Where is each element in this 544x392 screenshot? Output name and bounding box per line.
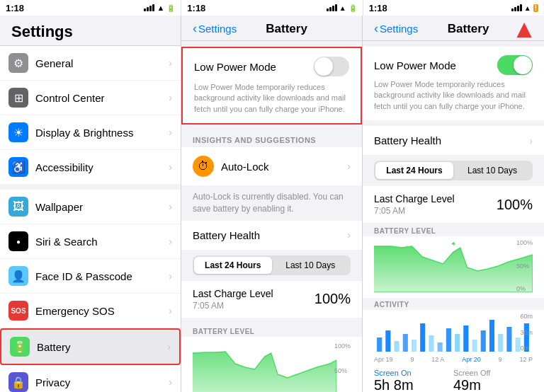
low-power-mode-section-middle: Low Power Mode Low Power Mode temporaril…	[181, 47, 362, 125]
tab-10d-middle[interactable]: Last 10 Days	[272, 257, 350, 274]
battery-chart-middle: 100% 50% 0%	[181, 337, 362, 392]
battery-icon: 🔋	[10, 337, 30, 357]
back-label-middle: Settings	[198, 23, 237, 35]
siri-icon: ●	[8, 231, 28, 251]
wallpaper-icon: 🖼	[8, 197, 28, 217]
screen-off-label: Screen Off	[453, 369, 533, 377]
screen-off-stat: Screen Off 49m	[453, 369, 533, 392]
sidebar-item-control-center[interactable]: ⊞ Control Center ›	[0, 81, 181, 115]
charge-time-middle: 7:05 AM	[193, 301, 273, 311]
bar1r	[511, 8, 514, 11]
act-ry-30: 30m	[520, 329, 533, 336]
svg-rect-29	[489, 320, 494, 352]
settings-list: ⚙ General › ⊞ Control Center › ☀ Display…	[0, 46, 181, 392]
svg-rect-31	[506, 327, 511, 352]
rdate-apr19: Apr 19	[374, 356, 393, 363]
sidebar-item-battery[interactable]: 🔋 Battery ›	[0, 328, 181, 365]
battery-health-section-right: Battery Health ›	[363, 126, 544, 155]
svg-rect-30	[498, 334, 503, 352]
battery-health-chevron-right: ›	[529, 135, 533, 146]
lpm-desc-right: Low Power Mode temporarily reduces backg…	[374, 79, 533, 112]
control-center-icon: ⊞	[8, 88, 28, 108]
bar1m	[327, 8, 329, 11]
sidebar-item-sos[interactable]: SOS Emergency SOS ›	[0, 294, 181, 328]
toggle-thumb-middle	[314, 57, 333, 76]
svg-rect-24	[446, 328, 451, 352]
battery-health-item-middle[interactable]: Battery Health ›	[181, 221, 362, 250]
y-label-100: 100%	[334, 342, 351, 350]
sidebar-item-accessibility[interactable]: ♿ Accessibility ›	[0, 150, 181, 184]
settings-panel: Settings ⚙ General › ⊞ Control Center › …	[0, 16, 181, 392]
autolock-icon: ⏱	[193, 156, 214, 177]
chevron-icon: ›	[169, 376, 172, 388]
sos-icon: SOS	[8, 301, 28, 321]
sidebar-item-siri[interactable]: ● Siri & Search ›	[0, 224, 181, 259]
status-panel-right: 1:18 ▲ !	[363, 0, 544, 16]
chevron-icon: ›	[169, 92, 172, 103]
right-header: ‹ Settings Battery	[363, 16, 544, 41]
signal-bars-right	[511, 4, 522, 11]
back-chevron-right: ‹	[374, 21, 378, 36]
svg-text:✦: ✦	[450, 240, 456, 248]
battery-level-label-right: BATTERY LEVEL	[363, 223, 544, 236]
sidebar-item-general[interactable]: ⚙ General ›	[0, 46, 181, 81]
screen-off-value: 49m	[453, 377, 533, 392]
battery-level-label-middle: BATTERY LEVEL	[181, 323, 362, 337]
tab-24h-right[interactable]: Last 24 Hours	[375, 162, 453, 179]
back-label-right: Settings	[380, 23, 418, 35]
ry-0: 0%	[516, 285, 533, 292]
time-tabs-right: Last 24 Hours Last 10 Days	[374, 161, 533, 180]
lpm-label-middle: Low Power Mode	[194, 61, 276, 73]
rdate-9p: 9	[499, 356, 502, 363]
wallpaper-label: Wallpaper	[35, 201, 169, 213]
charge-row-middle: Last Charge Level 7:05 AM 100%	[193, 288, 351, 311]
svg-rect-16	[377, 338, 382, 352]
back-button-right[interactable]: ‹ Settings	[374, 21, 418, 36]
lpm-section-right: Low Power Mode Low Power Mode temporaril…	[363, 47, 544, 120]
lpm-toggle-right[interactable]	[497, 55, 533, 75]
battery-health-chevron-middle: ›	[347, 229, 351, 241]
wifi-icon-right: ▲	[524, 4, 531, 12]
settings-group-2: 🖼 Wallpaper › ● Siri & Search › 👤 Face I…	[0, 190, 181, 392]
sidebar-item-faceid[interactable]: 👤 Face ID & Passcode ›	[0, 259, 181, 294]
lpm-label-right: Low Power Mode	[374, 59, 456, 71]
lpm-toggle-middle[interactable]	[314, 57, 349, 76]
svg-rect-25	[455, 334, 460, 352]
chevron-icon: ›	[167, 341, 171, 352]
screen-on-off-section: Screen On 5h 8m Screen Off 49m	[363, 363, 544, 392]
bar4	[152, 4, 154, 11]
display-label: Display & Brightness	[35, 127, 169, 139]
privacy-label: Privacy	[35, 376, 169, 388]
bar3	[149, 6, 152, 11]
sidebar-item-display[interactable]: ☀ Display & Brightness ›	[0, 115, 181, 150]
act-ry-60: 60m	[520, 313, 533, 320]
back-button-middle[interactable]: ‹ Settings	[193, 21, 237, 36]
charge-label-right: Last Charge Level	[374, 193, 455, 204]
chevron-icon: ›	[169, 201, 172, 212]
sidebar-item-wallpaper[interactable]: 🖼 Wallpaper ›	[0, 190, 181, 224]
battery-health-item-right[interactable]: Battery Health ›	[363, 126, 544, 155]
battery-health-label-right: Battery Health	[374, 134, 441, 146]
tab-10d-right[interactable]: Last 10 Days	[453, 162, 531, 179]
battery-panel-middle: ‹ Settings Battery Low Power Mode Low Po…	[181, 16, 363, 392]
tab-24h-middle[interactable]: Last 24 Hours	[194, 257, 272, 274]
status-bar: 1:18 ▲ 🔋 1:18 ▲ 🔋 1:18	[0, 0, 544, 16]
rdate-12p: 12 P	[519, 356, 533, 363]
charge-left-right: Last Charge Level 7:05 AM	[374, 193, 455, 216]
time-middle: 1:18	[187, 3, 205, 13]
battery-label: Battery	[37, 341, 167, 353]
autolock-item[interactable]: ⏱ Auto-Lock ›	[181, 147, 362, 185]
battery-content-middle: Low Power Mode Low Power Mode temporaril…	[181, 41, 362, 392]
chevron-icon: ›	[169, 127, 172, 138]
charge-left-middle: Last Charge Level 7:05 AM	[193, 288, 273, 311]
settings-header: Settings	[0, 16, 181, 46]
control-center-label: Control Center	[35, 92, 169, 104]
battery-health-label-middle: Battery Health	[193, 229, 347, 241]
bar4r	[520, 4, 522, 11]
rdate-12a: 12 A	[431, 356, 444, 363]
chevron-icon: ›	[169, 161, 172, 173]
charge-row-right: Last Charge Level 7:05 AM 100%	[374, 193, 533, 216]
sidebar-item-privacy[interactable]: 🔒 Privacy ›	[0, 365, 181, 392]
time-tabs-middle: Last 24 Hours Last 10 Days	[193, 255, 351, 275]
ry-100: 100%	[516, 239, 533, 246]
